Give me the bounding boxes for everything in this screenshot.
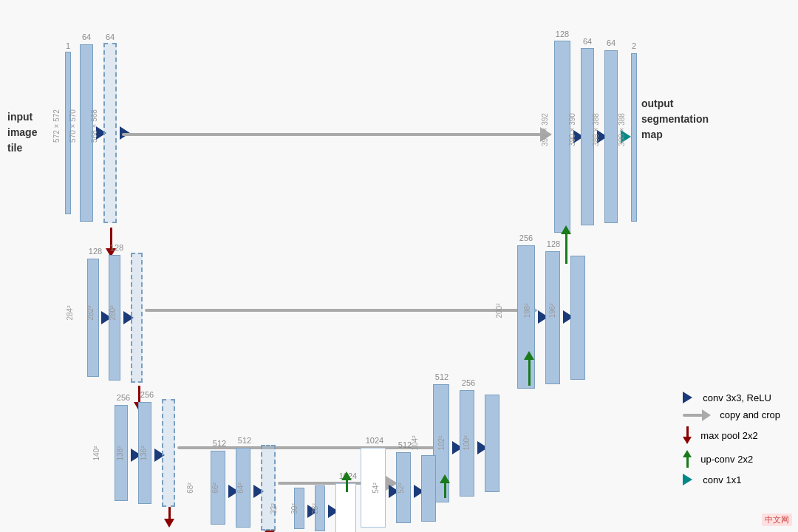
dim-r1-64b: 388 × 388 xyxy=(592,113,600,146)
dim-64a: 570 × 570 xyxy=(69,109,77,143)
fmap-r3-256c xyxy=(162,399,175,507)
dim-1: 572 × 572 xyxy=(52,109,61,143)
dim-r5-30: 30² xyxy=(290,503,299,514)
upconv-r3-r2 xyxy=(524,351,534,386)
legend-copy-icon xyxy=(683,414,714,417)
dim-64b: 568 × 568 xyxy=(90,109,98,143)
legend-maxpool-icon xyxy=(683,426,692,444)
dim-r2d-198: 198² xyxy=(523,303,531,318)
legend-upconv-icon xyxy=(683,450,692,468)
fmap-r3d-256b xyxy=(485,395,499,492)
dim-r4-66: 66² xyxy=(211,482,219,493)
label-r1-2: 2 xyxy=(628,41,640,50)
fmap-r2d-128b xyxy=(570,256,585,380)
label-64a-top: 64 xyxy=(77,33,96,41)
label-r2-128b: 128 xyxy=(104,243,129,252)
watermark: 中文网 xyxy=(762,514,792,526)
dim-r4d-52: 52² xyxy=(397,482,405,493)
fmap-64b-1 xyxy=(103,43,117,223)
dim-r2d-200: 200² xyxy=(495,303,503,318)
legend-upconv: up-conv 2x2 xyxy=(683,450,780,468)
copy-arrow-r2 xyxy=(145,309,536,312)
dim-r1-64a: 390 × 390 xyxy=(568,113,576,146)
label-r3-256: 256 xyxy=(110,393,137,402)
copy-arrow-r1 xyxy=(122,133,550,136)
input-label: input image tile xyxy=(7,109,37,156)
dim-r4-64: 64² xyxy=(236,482,245,493)
dim-r3d-102: 102² xyxy=(437,435,446,450)
legend-conv1x1: conv 1x1 xyxy=(683,474,780,485)
label-r4-512b: 512 xyxy=(231,436,258,445)
label-r1-128: 128 xyxy=(550,30,575,38)
legend-conv-label: conv 3x3, ReLU xyxy=(703,392,771,403)
dim-r5-32: 32² xyxy=(270,503,278,514)
legend-conv1x1-label: conv 1x1 xyxy=(703,474,741,485)
label-r2d-256: 256 xyxy=(513,233,539,242)
legend-upconv-label: up-conv 2x2 xyxy=(700,454,753,465)
fmap-r4-512c xyxy=(261,445,276,531)
fmap-r1-2 xyxy=(631,53,637,222)
dim-r2-282: 282² xyxy=(86,305,95,320)
dim-r2-280: 280² xyxy=(109,305,117,320)
dim-r3-138: 138² xyxy=(116,446,124,460)
label-r3d-512: 512 xyxy=(429,372,455,381)
fmap-r1-64b xyxy=(604,50,618,223)
legend-copy-label: copy and crop xyxy=(720,409,780,420)
label-r4-512: 512 xyxy=(206,439,233,448)
label-r1-64b: 64 xyxy=(601,38,621,47)
dim-r3d-100: 100² xyxy=(463,435,471,450)
legend-copy: copy and crop xyxy=(683,409,780,420)
legend-conv: conv 3x3, ReLU xyxy=(683,392,780,403)
label-1-top: 1 xyxy=(62,41,74,50)
dim-r1-2: 388 × 388 xyxy=(618,113,626,146)
label-64b-top: 64 xyxy=(100,33,120,41)
label-r3-256b: 256 xyxy=(134,390,160,399)
label-r1-64a: 64 xyxy=(578,37,597,46)
dim-r1-128: 392 × 392 xyxy=(541,113,549,146)
upconv-r4-r3 xyxy=(440,474,450,498)
dim-r3-136: 136² xyxy=(140,446,148,460)
dim-r4d-54: 54² xyxy=(372,482,380,493)
dim-r3-140: 140² xyxy=(92,446,100,460)
unet-diagram: 1 572 × 572 64 570 × 570 64 568 × 568 in… xyxy=(0,0,798,532)
legend-conv-icon xyxy=(683,392,697,403)
upconv-r5-r4 xyxy=(341,471,352,492)
label-r2d-128: 128 xyxy=(541,239,566,248)
legend-maxpool: max pool 2x2 xyxy=(683,426,780,444)
label-r4d-1024: 1024 xyxy=(356,436,393,445)
label-r3d-256: 256 xyxy=(455,378,482,387)
label-r4d-512: 512 xyxy=(392,440,418,449)
dim-r2-284: 284² xyxy=(66,305,74,320)
dim-r4-68: 68² xyxy=(186,482,194,493)
dim-r5-28: 28² xyxy=(311,503,319,514)
legend-maxpool-label: max pool 2x2 xyxy=(700,430,757,441)
pool-arrow-r3r4 xyxy=(164,507,174,528)
fmap-r4d-512b xyxy=(421,455,436,522)
fmap-r2-128c xyxy=(131,253,143,383)
output-label: output segmentation map xyxy=(641,96,709,143)
dim-r2d-196: 196² xyxy=(548,303,556,318)
legend: conv 3x3, ReLU copy and crop max pool 2x… xyxy=(683,392,780,491)
legend-conv1x1-icon xyxy=(683,474,697,485)
